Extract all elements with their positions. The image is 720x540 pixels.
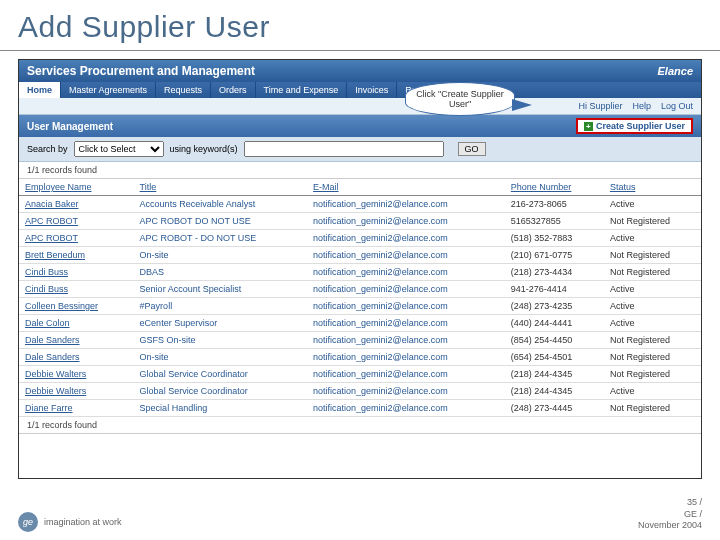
slide-title: Add Supplier User: [0, 0, 720, 51]
cell: notification_gemini2@elance.com: [307, 383, 505, 400]
col-header[interactable]: Phone Number: [505, 179, 604, 196]
search-bar: Search by Click to Select using keyword(…: [19, 137, 701, 162]
cell: (440) 244-4441: [505, 315, 604, 332]
table-row: Cindi BussDBASnotification_gemini2@elanc…: [19, 264, 701, 281]
cell: (654) 254-4501: [505, 349, 604, 366]
cell: notification_gemini2@elance.com: [307, 349, 505, 366]
cell: (210) 671-0775: [505, 247, 604, 264]
cell: On-site: [134, 349, 307, 366]
cell: (518) 352-7883: [505, 230, 604, 247]
table-row: Dale SandersGSFS On-sitenotification_gem…: [19, 332, 701, 349]
cell[interactable]: Brett Benedum: [19, 247, 134, 264]
table-row: Cindi BussSenior Account Specialistnotif…: [19, 281, 701, 298]
records-count-bottom: 1/1 records found: [19, 417, 701, 434]
cell[interactable]: Anacia Baker: [19, 196, 134, 213]
table-row: Debbie WaltersGlobal Service Coordinator…: [19, 366, 701, 383]
ge-tagline: imagination at work: [44, 517, 122, 527]
cell: Not Registered: [604, 400, 701, 417]
records-count-top: 1/1 records found: [19, 162, 701, 179]
search-label: Search by: [27, 144, 68, 154]
cell[interactable]: Debbie Walters: [19, 366, 134, 383]
search-hint: using keyword(s): [170, 144, 238, 154]
search-input[interactable]: [244, 141, 444, 157]
cell[interactable]: Dale Sanders: [19, 349, 134, 366]
ge-monogram-icon: ge: [18, 512, 38, 532]
cell[interactable]: APC ROBOT: [19, 213, 134, 230]
cell[interactable]: Dale Colon: [19, 315, 134, 332]
cell: APC ROBOT DO NOT USE: [134, 213, 307, 230]
cell: notification_gemini2@elance.com: [307, 298, 505, 315]
col-header[interactable]: E-Mail: [307, 179, 505, 196]
cell: Active: [604, 383, 701, 400]
cell: Active: [604, 230, 701, 247]
cell[interactable]: APC ROBOT: [19, 230, 134, 247]
callout-bubble: Click "Create Supplier User": [405, 82, 515, 116]
titlebar: Services Procurement and Management Elan…: [19, 60, 701, 82]
cell[interactable]: Cindi Buss: [19, 264, 134, 281]
cell: Senior Account Specialist: [134, 281, 307, 298]
table-row: Dale SandersOn-sitenotification_gemini2@…: [19, 349, 701, 366]
cell[interactable]: Cindi Buss: [19, 281, 134, 298]
cell: notification_gemini2@elance.com: [307, 213, 505, 230]
col-header[interactable]: Employee Name: [19, 179, 134, 196]
cell: (218) 273-4434: [505, 264, 604, 281]
cell: notification_gemini2@elance.com: [307, 247, 505, 264]
help-link[interactable]: Help: [632, 101, 651, 111]
cell: notification_gemini2@elance.com: [307, 281, 505, 298]
cell[interactable]: Dale Sanders: [19, 332, 134, 349]
go-button[interactable]: GO: [458, 142, 486, 156]
cell: (248) 273-4235: [505, 298, 604, 315]
app-window: Services Procurement and Management Elan…: [18, 59, 702, 479]
cell[interactable]: Diane Farre: [19, 400, 134, 417]
cell: notification_gemini2@elance.com: [307, 196, 505, 213]
plus-icon: +: [584, 122, 593, 131]
brand-logo: Elance: [658, 65, 693, 77]
table-row: Debbie WaltersGlobal Service Coordinator…: [19, 383, 701, 400]
cell: Not Registered: [604, 264, 701, 281]
create-supplier-user-button[interactable]: + Create Supplier User: [576, 118, 693, 134]
col-header[interactable]: Status: [604, 179, 701, 196]
tab-home[interactable]: Home: [19, 82, 61, 98]
tab-master-agreements[interactable]: Master Agreements: [61, 82, 156, 98]
company: GE /: [638, 509, 702, 521]
menubar: HomeMaster AgreementsRequestsOrdersTime …: [19, 82, 701, 98]
cell: Global Service Coordinator: [134, 383, 307, 400]
cell[interactable]: Debbie Walters: [19, 383, 134, 400]
col-header[interactable]: Title: [134, 179, 307, 196]
user-role: Hi Supplier: [578, 101, 622, 111]
cell: Active: [604, 298, 701, 315]
tab-time-and-expense[interactable]: Time and Expense: [256, 82, 348, 98]
cell: notification_gemini2@elance.com: [307, 264, 505, 281]
page-number: 35 /: [638, 497, 702, 509]
table-row: Brett BenedumOn-sitenotification_gemini2…: [19, 247, 701, 264]
tab-orders[interactable]: Orders: [211, 82, 256, 98]
table-row: Dale ColoneCenter Supervisornotification…: [19, 315, 701, 332]
tab-requests[interactable]: Requests: [156, 82, 211, 98]
cell: Active: [604, 281, 701, 298]
cell: 216-273-8065: [505, 196, 604, 213]
cell: notification_gemini2@elance.com: [307, 332, 505, 349]
footer-meta: 35 / GE / November 2004: [638, 497, 702, 532]
search-select[interactable]: Click to Select: [74, 141, 164, 157]
footer: ge imagination at work 35 / GE / Novembe…: [18, 497, 702, 532]
cell: DBAS: [134, 264, 307, 281]
tab-invoices[interactable]: Invoices: [347, 82, 397, 98]
cell: notification_gemini2@elance.com: [307, 230, 505, 247]
table-row: Colleen Bessinger#Payrollnotification_ge…: [19, 298, 701, 315]
cell: Active: [604, 196, 701, 213]
cell: Special Handling: [134, 400, 307, 417]
cell: Not Registered: [604, 349, 701, 366]
cell: APC ROBOT - DO NOT USE: [134, 230, 307, 247]
user-table: Employee NameTitleE-MailPhone NumberStat…: [19, 179, 701, 417]
cell: (218) 244-4345: [505, 366, 604, 383]
logout-link[interactable]: Log Out: [661, 101, 693, 111]
panel-header: User Management + Create Supplier User: [19, 115, 701, 137]
cell: Not Registered: [604, 366, 701, 383]
panel-title: User Management: [27, 121, 113, 132]
cell: Global Service Coordinator: [134, 366, 307, 383]
cell: (218) 244-4345: [505, 383, 604, 400]
create-btn-label: Create Supplier User: [596, 121, 685, 131]
cell: notification_gemini2@elance.com: [307, 400, 505, 417]
cell: 941-276-4414: [505, 281, 604, 298]
cell[interactable]: Colleen Bessinger: [19, 298, 134, 315]
